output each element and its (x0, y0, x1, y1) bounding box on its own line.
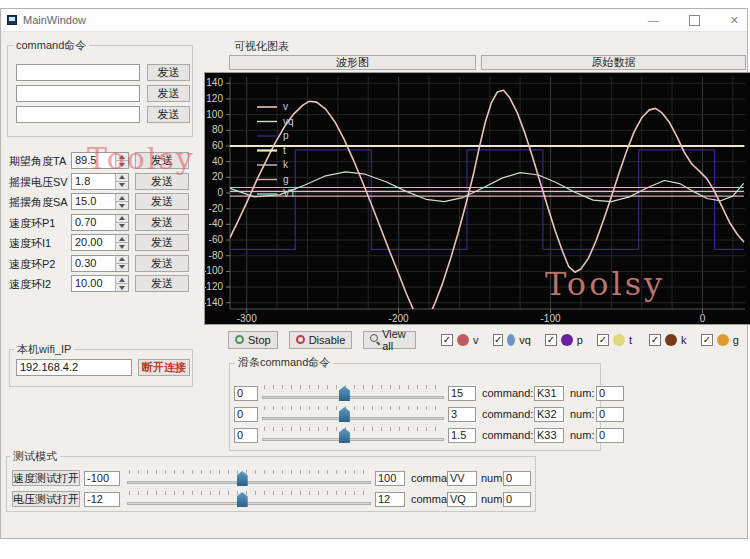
command-code-input[interactable]: K31 (534, 386, 564, 401)
send-button[interactable]: 发送 (135, 255, 189, 272)
wifi-ip-input[interactable]: 192.168.4.2 (16, 359, 132, 376)
stop-button[interactable]: Stop (228, 331, 278, 349)
param-spinbox[interactable]: 10.00 (71, 275, 129, 292)
spin-down-button[interactable] (115, 263, 128, 271)
test-input[interactable]: -100 (84, 471, 120, 486)
spin-down-icon (119, 224, 125, 228)
checkbox[interactable]: ✓ (649, 334, 661, 346)
spin-up-button[interactable] (115, 276, 128, 283)
send-button[interactable]: 发送 (135, 234, 189, 251)
spin-down-icon (119, 245, 125, 249)
tab-waveform[interactable]: 波形图 (229, 55, 476, 70)
command-code-input[interactable]: VV (447, 471, 477, 486)
spin-up-button[interactable] (115, 153, 128, 160)
series-checkbox-item[interactable]: ✓p (545, 334, 583, 346)
command-input[interactable] (16, 64, 140, 81)
series-checkbox-item[interactable]: ✓vq (493, 334, 531, 346)
command-group-title: command命令 (13, 38, 89, 53)
slider-input[interactable]: 0 (234, 386, 258, 401)
slider-value[interactable]: 15 (448, 386, 476, 401)
command-input[interactable] (16, 106, 140, 123)
test-value[interactable]: 12 (375, 492, 405, 507)
command-code-input[interactable]: VQ (447, 492, 477, 507)
param-spinbox[interactable]: 1.8 (71, 173, 129, 190)
slider[interactable] (127, 491, 371, 508)
close-button[interactable]: ✕ (730, 14, 739, 27)
spin-down-button[interactable] (115, 283, 128, 291)
y-tick-label: -120 (205, 281, 223, 292)
send-button[interactable]: 发送 (147, 64, 190, 81)
send-button[interactable]: 发送 (135, 193, 189, 210)
spin-up-button[interactable] (115, 194, 128, 201)
wifi-group-title: 本机wifi_IP (14, 342, 74, 357)
minimize-button[interactable]: — (648, 14, 659, 26)
series-checkbox-item[interactable]: ✓v (441, 334, 479, 346)
send-button[interactable]: 发送 (135, 152, 189, 169)
slider[interactable] (262, 385, 444, 402)
spin-down-button[interactable] (115, 222, 128, 230)
param-label: 速度环P1 (9, 216, 55, 231)
send-button[interactable]: 发送 (147, 85, 190, 102)
slider[interactable] (262, 406, 444, 423)
command-label: command: (482, 408, 533, 420)
num-input[interactable]: 0 (503, 492, 531, 507)
test-toggle-button[interactable]: 电压测试打开 (12, 491, 80, 507)
param-spinbox[interactable]: 20.00 (71, 234, 129, 251)
test-toggle-button[interactable]: 速度测试打开 (12, 470, 80, 486)
send-button[interactable]: 发送 (135, 275, 189, 292)
param-spinbox[interactable]: 89.5 (71, 152, 129, 169)
num-input[interactable]: 0 (596, 407, 624, 422)
num-input[interactable]: 0 (596, 386, 624, 401)
slider-input[interactable]: 0 (234, 407, 258, 422)
slider[interactable] (127, 470, 371, 487)
send-button[interactable]: 发送 (135, 173, 189, 190)
spinbox-arrows (115, 256, 128, 271)
spin-up-button[interactable] (115, 215, 128, 222)
spin-up-button[interactable] (115, 235, 128, 242)
spin-up-button[interactable] (115, 256, 128, 263)
send-button[interactable]: 发送 (135, 214, 189, 231)
series-checkbox-item[interactable]: ✓k (649, 334, 687, 346)
series-checkbox-item[interactable]: ✓t (597, 334, 635, 346)
command-code-input[interactable]: K32 (534, 407, 564, 422)
slider-input[interactable]: 0 (234, 428, 258, 443)
checkbox[interactable]: ✓ (493, 334, 503, 346)
command-group: 发送发送发送 (7, 45, 193, 137)
command-input[interactable] (16, 85, 140, 102)
send-button[interactable]: 发送 (147, 106, 190, 123)
tab-rawdata[interactable]: 原始数据 (481, 55, 746, 70)
param-spinbox[interactable]: 15.0 (71, 193, 129, 210)
spin-down-button[interactable] (115, 160, 128, 168)
window-icon (7, 15, 17, 25)
checkbox[interactable]: ✓ (441, 334, 453, 346)
spin-down-button[interactable] (115, 201, 128, 209)
slider-ticks (264, 406, 442, 410)
spin-up-button[interactable] (115, 174, 128, 181)
test-input[interactable]: -12 (84, 492, 120, 507)
spinbox-value: 10.00 (75, 277, 103, 289)
slider-value[interactable]: 3 (448, 407, 476, 422)
series-checkbox-item[interactable]: ✓g (701, 334, 739, 346)
command-code-input[interactable]: K33 (534, 428, 564, 443)
spin-up-icon (119, 196, 125, 200)
num-input[interactable]: 0 (596, 428, 624, 443)
spin-down-button[interactable] (115, 242, 128, 250)
checkbox[interactable]: ✓ (701, 334, 713, 346)
slider-value[interactable]: 1.5 (448, 428, 476, 443)
y-tick-label: -100 (205, 265, 223, 276)
spin-down-button[interactable] (115, 181, 128, 189)
maximize-button[interactable] (689, 15, 700, 26)
checkbox[interactable]: ✓ (545, 334, 557, 346)
num-input[interactable]: 0 (503, 471, 531, 486)
checkbox[interactable]: ✓ (597, 334, 609, 346)
param-spinbox[interactable]: 0.70 (71, 214, 129, 231)
series-checkboxes: ✓v✓vq✓p✓t✓k✓g✓VT (427, 334, 750, 346)
num-label: num: (481, 472, 505, 484)
slider[interactable] (262, 427, 444, 444)
test-value[interactable]: 100 (375, 471, 405, 486)
disconnect-button[interactable]: 断开连接 (138, 359, 190, 376)
spin-down-icon (119, 183, 125, 187)
disable-button[interactable]: Disable (289, 331, 353, 349)
view-all-button[interactable]: View all (363, 331, 416, 349)
param-spinbox[interactable]: 0.30 (71, 255, 129, 272)
